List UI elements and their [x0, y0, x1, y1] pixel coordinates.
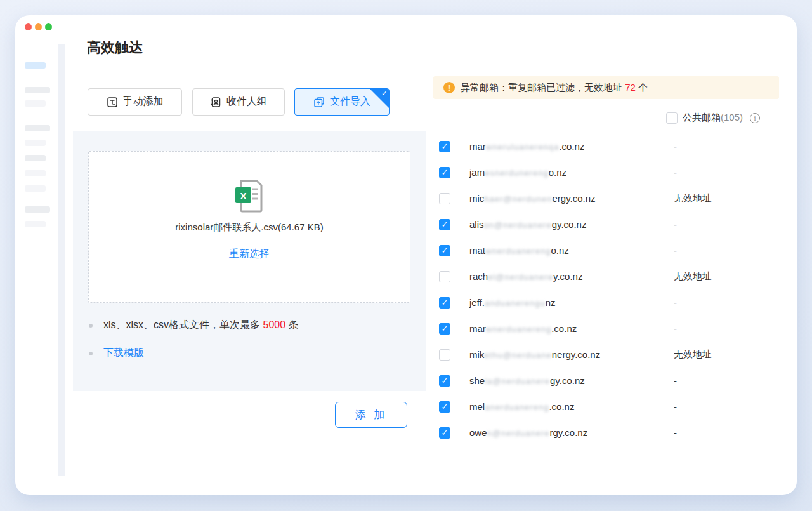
- recipient-status: -: [674, 401, 677, 412]
- recipient-row: ✓marwnerduanereng.co.nz-: [433, 315, 779, 342]
- recipient-email: rachel@nerduanerey.co.nz: [469, 271, 582, 282]
- minimize-window-icon[interactable]: [35, 23, 42, 30]
- recipient-checkbox[interactable]: ✓: [439, 375, 450, 387]
- close-window-icon[interactable]: [25, 23, 32, 30]
- recipient-status: -: [674, 245, 677, 256]
- page-title: 高效触达: [87, 38, 143, 57]
- check-icon: ✓: [442, 402, 449, 411]
- blurred-email-segment: esnerdunereng: [485, 168, 548, 178]
- check-icon: ✓: [442, 220, 449, 229]
- sidebar-skeleton-bar: [25, 62, 46, 69]
- public-mailbox-count: (105): [721, 112, 743, 123]
- blurred-email-segment: wnerduanereng: [485, 246, 551, 256]
- format-note-text: xls、xlsx、csv格式文件，单次最多 5000 条: [103, 319, 299, 332]
- manual-add-icon: [107, 96, 118, 108]
- recipient-email: owen@nerduanerergy.co.nz: [469, 427, 587, 438]
- reselect-file-link[interactable]: 重新选择: [89, 248, 410, 261]
- sidebar-skeleton-bar: [25, 100, 46, 107]
- recipient-status: -: [674, 323, 677, 334]
- blurred-email-segment: n@nerduanere: [487, 428, 550, 438]
- tab-file-import-label: 文件导入: [330, 95, 370, 109]
- public-mailbox-label: 公共邮箱(105): [683, 112, 743, 124]
- sidebar-skeleton-bar: [25, 185, 46, 192]
- recipient-email: shela@nerduaneregy.co.nz: [469, 375, 585, 386]
- check-icon: ✓: [442, 298, 449, 307]
- recipient-email: matwnerduanerengo.nz: [469, 245, 569, 256]
- recipient-row: rachel@nerduanerey.co.nz无效地址: [433, 263, 779, 289]
- recipient-status: 无效地址: [674, 192, 712, 204]
- recipient-status: -: [674, 219, 677, 230]
- download-template-link[interactable]: 下载模版: [103, 347, 144, 360]
- recipient-checkbox[interactable]: ✓: [439, 167, 450, 178]
- check-icon: ✓: [442, 142, 449, 150]
- recipient-checkbox[interactable]: [439, 271, 450, 282]
- public-mailbox-checkbox[interactable]: [666, 112, 678, 124]
- tab-recipient-group[interactable]: 收件人组: [192, 88, 285, 116]
- recipient-row: ✓shela@nerduaneregy.co.nz-: [433, 368, 779, 394]
- uploaded-file-name: rixinsolar邮件联系人.csv(64.67 KB): [89, 222, 410, 234]
- recipient-status: -: [674, 427, 677, 438]
- svg-text:X: X: [240, 190, 246, 201]
- recipient-status: 无效地址: [674, 270, 712, 282]
- file-dropzone[interactable]: X rixinsolar邮件联系人.csv(64.67 KB) 重新选择: [88, 151, 410, 303]
- blurred-email-segment: wnerduanereng: [486, 324, 551, 334]
- recipient-row: ✓alison@nerduaneregy.co.nz-: [433, 211, 779, 237]
- abnormal-mailbox-alert: ! 异常邮箱：重复邮箱已过滤，无效地址 72 个: [433, 76, 779, 99]
- file-import-icon: [313, 96, 325, 108]
- sidebar-skeleton-bar: [25, 155, 46, 161]
- sidebar-skeleton-bar: [25, 140, 46, 146]
- excel-file-icon: X: [235, 180, 264, 215]
- recipient-row: ✓jeff.anduanerengunz-: [433, 289, 779, 315]
- format-note: xls、xlsx、csv格式文件，单次最多 5000 条: [89, 319, 299, 332]
- recipient-row: ✓jamesnerdunerengo.nz-: [433, 159, 779, 185]
- invalid-count: 72: [625, 82, 636, 93]
- recipient-checkbox[interactable]: ✓: [439, 219, 450, 230]
- recipient-status: -: [674, 167, 677, 178]
- blurred-email-segment: anerduanereng: [485, 402, 549, 412]
- recipient-checkbox[interactable]: [439, 193, 450, 204]
- recipient-row: ✓melanerduanereng.co.nz-: [433, 394, 779, 420]
- recipient-row: michaer@nerdunenergy.co.nz无效地址: [433, 185, 779, 211]
- bullet-icon: [89, 352, 93, 355]
- recipient-checkbox[interactable]: ✓: [439, 245, 450, 256]
- recipient-checkbox[interactable]: ✓: [439, 323, 450, 335]
- recipient-checkbox[interactable]: ✓: [439, 427, 450, 439]
- check-icon: ✓: [442, 246, 449, 255]
- recipient-status: -: [674, 297, 677, 308]
- recipient-group-icon: [210, 96, 221, 108]
- recipient-email: melanerduanereng.co.nz: [469, 401, 574, 412]
- recipient-status: -: [674, 141, 677, 152]
- blurred-email-segment: anduanerengu: [485, 298, 546, 308]
- sidebar-skeleton-bar: [25, 221, 46, 227]
- template-note: 下载模版: [89, 347, 144, 360]
- bullet-icon: [89, 324, 93, 328]
- recipient-email: jamesnerdunerengo.nz: [469, 167, 566, 178]
- recipient-checkbox[interactable]: [439, 349, 450, 361]
- window-controls: [25, 23, 52, 30]
- file-upload-panel: X rixinsolar邮件联系人.csv(64.67 KB) 重新选择 xls…: [73, 131, 426, 391]
- blurred-email-segment: ethu@nerduane: [484, 350, 551, 360]
- recipient-email: marwnerduanereng.co.nz: [469, 323, 577, 334]
- tab-manual-add[interactable]: 手动添加: [88, 88, 182, 116]
- check-icon: ✓: [442, 428, 449, 437]
- recipient-row: ✓matwnerduanerengo.nz-: [433, 237, 779, 263]
- recipient-checkbox[interactable]: ✓: [439, 297, 450, 309]
- info-icon[interactable]: i: [750, 113, 760, 123]
- add-button[interactable]: 添 加: [335, 402, 407, 428]
- sidebar-divider: [58, 44, 65, 476]
- app-window: 高效触达 手动添加 收件人组 文件导入 ✓: [15, 15, 797, 495]
- check-icon: ✓: [442, 324, 449, 333]
- tab-file-import[interactable]: 文件导入 ✓: [294, 88, 390, 116]
- recipient-checkbox[interactable]: ✓: [439, 401, 450, 413]
- recipient-row: mikethu@nerduanenergy.co.nz无效地址: [433, 342, 779, 368]
- sidebar-skeleton-bar: [25, 87, 50, 93]
- blurred-email-segment: haer@nerdunen: [484, 194, 552, 204]
- recipient-row: ✓owen@nerduanerergy.co.nz-: [433, 420, 779, 446]
- corner-check-icon: ✓: [381, 89, 388, 98]
- blurred-email-segment: on@nerduanere: [484, 220, 552, 230]
- maximize-window-icon[interactable]: [45, 23, 52, 30]
- recipient-checkbox[interactable]: ✓: [439, 141, 450, 152]
- blurred-email-segment: la@nerduanere: [485, 376, 550, 386]
- recipient-email: jeff.anduanerengunz: [469, 297, 556, 308]
- max-count: 5000: [263, 319, 286, 330]
